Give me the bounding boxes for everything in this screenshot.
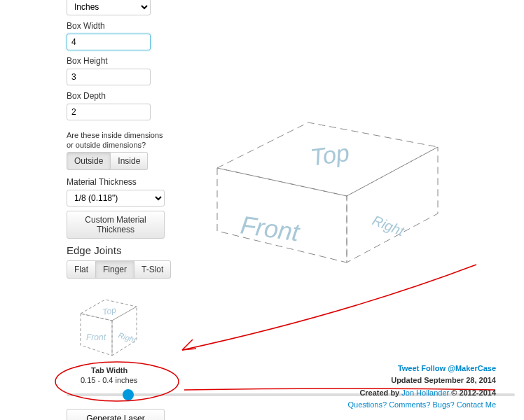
width-input[interactable] [67, 34, 151, 50]
thickness-select[interactable]: 1/8 (0.118") [67, 190, 165, 206]
footer: Tweet Follow @MakerCase Updated Septembe… [347, 363, 496, 412]
follow-link[interactable]: Follow @MakerCase [421, 364, 496, 372]
height-label: Box Height [67, 56, 172, 66]
slider-thumb-icon[interactable] [123, 389, 134, 400]
depth-label: Box Depth [67, 91, 172, 101]
preview-front-label: Front [239, 210, 303, 247]
created-by-text: Created by [359, 388, 401, 397]
contact-link[interactable]: Questions? Comments? Bugs? Contact Me [347, 400, 496, 409]
svg-text:Front: Front [86, 332, 106, 342]
small-box-preview: Top Front Right [67, 286, 161, 366]
main-box-preview: Top Front Right [196, 115, 462, 270]
copyright-text: © 2012-2014 [449, 388, 496, 397]
svg-text:Top: Top [102, 304, 117, 316]
height-input[interactable] [67, 69, 151, 85]
depth-input[interactable] [67, 104, 151, 120]
custom-thickness-button[interactable]: Custom Material Thickness [67, 211, 165, 239]
units-select[interactable]: Inches [67, 0, 151, 15]
preview-top-label: Top [309, 139, 351, 171]
author-link[interactable]: Jon Hollander [401, 388, 449, 397]
tab-width-range: 0.15 - 0.4 inches [81, 376, 172, 384]
preview-right-label: Right [371, 212, 408, 239]
width-label: Box Width [67, 21, 172, 31]
inside-button[interactable]: Inside [111, 152, 148, 170]
thickness-label: Material Thickness [67, 177, 172, 187]
dims-question: Are these inside dimensions or outside d… [67, 130, 172, 150]
tab-width-label: Tab Width [91, 366, 172, 374]
generate-button[interactable]: Generate Laser Cutter Case Plans [67, 409, 165, 420]
edge-joints-title: Edge Joints [67, 244, 172, 256]
tweet-link[interactable]: Tweet [398, 364, 419, 372]
flat-button[interactable]: Flat [67, 260, 96, 279]
finger-button[interactable]: Finger [96, 260, 135, 279]
updated-text: Updated September 28, 2014 [347, 374, 496, 387]
svg-text:Right: Right [117, 330, 137, 344]
tslot-button[interactable]: T-Slot [135, 260, 171, 279]
outside-button[interactable]: Outside [67, 152, 111, 170]
